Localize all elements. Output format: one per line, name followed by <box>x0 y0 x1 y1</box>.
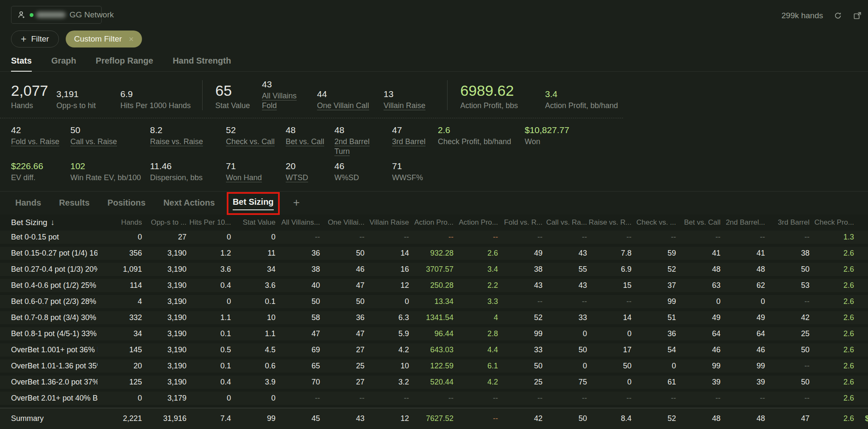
stat-value: 43 <box>262 79 310 89</box>
cell: -- <box>542 295 587 308</box>
cell: 38 <box>498 263 542 276</box>
table-row[interactable]: Bet 0.27-0.4 pot (1/3) 20% Bluff1,0913,1… <box>0 263 868 279</box>
stat-label[interactable]: Won Hand <box>226 173 279 183</box>
column-header-3rd-barrel[interactable]: 3rd Barrel <box>765 218 810 227</box>
stat-villain-raise: 13Villain Raise <box>384 89 447 111</box>
column-header-bet-vs-call[interactable]: Bet vs. Call <box>676 218 721 227</box>
tab-preflop-range[interactable]: Preflop Range <box>96 56 153 71</box>
cell: 0 <box>186 392 231 405</box>
stat-value: 11.46 <box>150 161 219 171</box>
column-header-2nd-barrel[interactable]: 2nd Barrel... <box>721 218 765 227</box>
stat-label[interactable]: 3rd Barrel <box>392 137 431 147</box>
cell: 4.2 <box>453 376 498 389</box>
table-row[interactable]: OverBet 1.01-1.36 pot 35% Bluff203,1900.… <box>0 359 868 376</box>
table-body: Bet 0-0.15 pot02700---------------------… <box>0 231 868 408</box>
stat-label[interactable]: WTSD <box>286 173 328 183</box>
stat-won: $10,827.77Won <box>525 125 576 147</box>
dashed-separator <box>0 118 623 118</box>
add-tab-button[interactable]: + <box>293 197 300 209</box>
stat-label: Action Profit, bbs <box>460 101 538 111</box>
stat-label[interactable]: One Villain Call <box>317 101 377 111</box>
table-row[interactable]: Bet 0.4-0.6 pot (1/2) 25% Bluff1143,1900… <box>0 279 868 295</box>
subtab-hands[interactable]: Hands <box>15 196 41 209</box>
table-row[interactable]: OverBet 1.001+ pot 36% Bluff1453,1900.54… <box>0 343 868 359</box>
column-header-check-vs[interactable]: Check vs. ... <box>632 218 676 227</box>
table-row[interactable]: OverBet 1.36-2.0 pot 37% Bluff1253,1900.… <box>0 376 868 392</box>
active-filter-chip[interactable]: Custom Filter × <box>66 31 142 47</box>
stat-label[interactable]: Fold vs. Raise <box>11 137 64 147</box>
stat-value: 52 <box>226 125 279 135</box>
stat-bet-vs-call: 48Bet vs. Call <box>286 125 334 147</box>
tab-graph[interactable]: Graph <box>51 56 76 71</box>
column-header-action-pro[interactable]: Action Pro... <box>409 218 453 227</box>
row-label: Bet 0.6-0.7 pot (2/3) 28% Bluff <box>0 295 97 308</box>
stat-wwsf: 71WWSF% <box>392 161 438 183</box>
cell: 0 <box>587 376 632 389</box>
stat-label[interactable]: Villain Raise <box>384 101 440 111</box>
stat-3rd-barrel: 473rd Barrel <box>392 125 438 147</box>
stat-value: 3.4 <box>545 89 618 99</box>
stat-all-villains-fold: 43All Villains Fold <box>262 79 317 111</box>
column-header-check-pro[interactable]: Check Pro... <box>810 218 854 227</box>
stat-value: $10,827.77 <box>525 125 569 135</box>
topbar-right: 299k hands <box>782 11 862 20</box>
stat-value: 102 <box>70 161 143 171</box>
table-row[interactable]: OverBet 2.01+ pot 40% Bluff03,17900-----… <box>0 392 868 408</box>
cell: 10 <box>364 359 409 373</box>
column-header-action-pro[interactable]: Action Pro... <box>453 218 498 227</box>
subtab-positions[interactable]: Positions <box>107 196 145 209</box>
cell: 2.6 <box>810 295 854 308</box>
stat-label: EV diff. <box>11 173 64 183</box>
table-row[interactable]: Bet 0-0.15 pot02700---------------------… <box>0 231 868 247</box>
player-name-blurred <box>36 12 66 18</box>
column-header-bet-sizing[interactable]: Bet Sizing↓ <box>0 218 97 227</box>
stat-label: Win Rate EV, bb/100 <box>70 173 143 183</box>
add-filter-button[interactable]: + Filter <box>11 31 59 47</box>
cell: -- <box>364 231 409 244</box>
column-header-villain-raise[interactable]: Villain Raise <box>364 218 409 227</box>
column-header-hands[interactable]: Hands <box>97 218 142 227</box>
stat-label[interactable]: 2nd Barrel Turn <box>334 137 385 157</box>
stat-label[interactable]: Bet vs. Call <box>286 137 328 147</box>
stat-label[interactable]: Call vs. Raise <box>70 137 143 147</box>
column-header-raise-vs-r[interactable]: Raise vs. R... <box>587 218 632 227</box>
hands-count: 299k hands <box>782 11 823 20</box>
column-header-stat-value[interactable]: Stat Value <box>231 218 275 227</box>
table-row[interactable]: Bet 0.8-1 pot (4/5-1) 33% Bluff343,1900.… <box>0 327 868 343</box>
cell: 2.6 <box>810 376 854 389</box>
cell: 99 <box>721 359 765 373</box>
column-header-fold-vs-r[interactable]: Fold vs. R... <box>498 218 542 227</box>
subtab-results[interactable]: Results <box>59 196 89 209</box>
cell: 3,190 <box>142 359 186 373</box>
table-row[interactable]: Bet 0.15-0.27 pot (1/4) 16% Bluff3563,19… <box>0 247 868 263</box>
column-header-opp-s-to[interactable]: Opp-s to ... <box>142 218 186 227</box>
cell: -- <box>498 295 542 308</box>
refresh-icon[interactable] <box>833 11 843 20</box>
cell: 47 <box>320 327 364 340</box>
column-header-call-vs-ra[interactable]: Call vs. Ra... <box>542 218 587 227</box>
subtab-bet-sizing[interactable]: Bet Sizing <box>233 195 274 210</box>
open-in-new-window-icon[interactable] <box>853 11 862 20</box>
column-header-all-villains[interactable]: All Villains... <box>275 218 320 227</box>
cell: 33 <box>542 311 587 324</box>
stat-label[interactable]: Check vs. Call <box>226 137 279 147</box>
subtab-next-actions[interactable]: Next Actions <box>163 196 215 209</box>
tab-stats[interactable]: Stats <box>11 56 32 71</box>
stat-value: 65 <box>215 82 255 99</box>
column-header-one-villai[interactable]: One Villai... <box>320 218 364 227</box>
table-row[interactable]: Bet 0.6-0.7 pot (2/3) 28% Bluff43,19000.… <box>0 295 868 311</box>
cell: 13.34 <box>409 295 453 308</box>
stat-label[interactable]: Raise vs. Raise <box>150 137 219 147</box>
stat-label[interactable]: All Villains Fold <box>262 91 310 111</box>
cell: 4.2 <box>364 343 409 357</box>
remove-filter-icon[interactable]: × <box>129 35 134 43</box>
cell: 643.03 <box>409 343 453 357</box>
cell: 64 <box>721 327 765 340</box>
table-row[interactable]: Bet 0.7-0.8 pot (3/4) 30% Bluff3323,1901… <box>0 311 868 327</box>
player-selector[interactable]: GG Network <box>11 6 102 24</box>
stat-value: 3,191 <box>56 89 114 99</box>
cell: 50 <box>320 247 364 260</box>
tab-hand-strength[interactable]: Hand Strength <box>172 56 231 71</box>
column-header-hits-per-10[interactable]: Hits Per 10... <box>186 218 231 227</box>
summary-row[interactable]: Summary2,22131,9167.4994543127627.52--42… <box>0 408 868 429</box>
